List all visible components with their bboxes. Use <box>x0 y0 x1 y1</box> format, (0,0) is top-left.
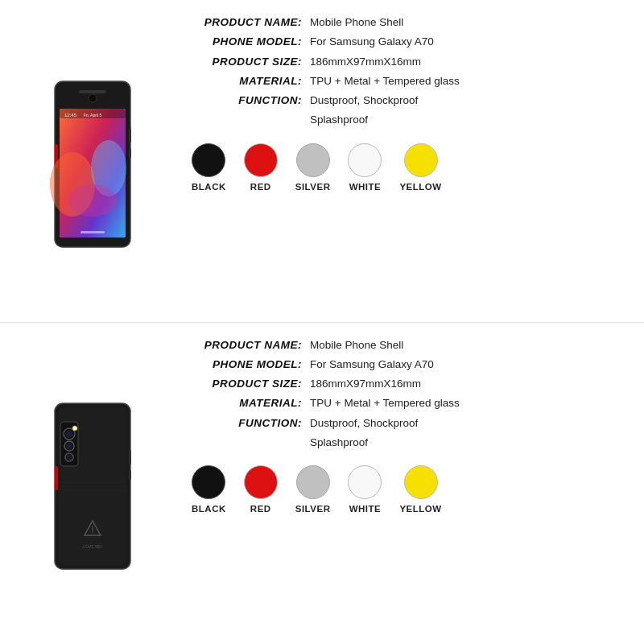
color-label: YELLOW <box>399 504 441 514</box>
page-container: 12:45 Fri, April 5 PRODUCT NAME:Mobile P… <box>0 0 644 644</box>
svg-rect-2 <box>129 128 131 142</box>
color-label: WHITE <box>349 182 382 192</box>
spec-row: PRODUCT NAME:Mobile Phone Shell <box>185 337 636 353</box>
info-area-front: PRODUCT NAME:Mobile Phone ShellPHONE MOD… <box>177 14 636 314</box>
spec-row: MATERIAL:TPU + Metal + Tempered glass <box>185 395 636 411</box>
color-row-back: BLACKREDSILVERWHITEYELLOW <box>185 465 636 514</box>
spec-row: PHONE MODEL:For Samsung Galaxy A70 <box>185 34 636 50</box>
spec-value: Splashproof <box>310 112 636 128</box>
svg-rect-19 <box>129 450 131 464</box>
color-label: YELLOW <box>399 182 441 192</box>
color-circle <box>244 143 278 177</box>
phone-back-svg: LOVE MEI <box>48 402 137 571</box>
spec-row: FUNCTION:Dustproof, Shockproof <box>185 93 636 109</box>
spec-row: PRODUCT SIZE:186mmX97mmX16mm <box>185 54 636 70</box>
color-circle <box>192 465 225 499</box>
color-label: BLACK <box>192 504 226 514</box>
spec-row: PRODUCT SIZE:186mmX97mmX16mm <box>185 376 636 392</box>
svg-point-6 <box>89 94 97 102</box>
color-circle <box>404 465 438 499</box>
color-label: RED <box>250 182 271 192</box>
spec-value: TPU + Metal + Tempered glass <box>310 395 636 411</box>
color-circle <box>404 143 438 177</box>
color-label: BLACK <box>192 182 226 192</box>
spec-value: TPU + Metal + Tempered glass <box>310 73 636 89</box>
section-front: 12:45 Fri, April 5 PRODUCT NAME:Mobile P… <box>0 0 644 323</box>
svg-point-29 <box>67 455 72 460</box>
spec-label: PHONE MODEL: <box>185 357 310 373</box>
color-circle <box>244 465 278 499</box>
svg-point-27 <box>68 444 71 448</box>
color-circle <box>296 143 330 177</box>
spec-value: Dustproof, Shockproof <box>310 93 636 109</box>
spec-table-back: PRODUCT NAME:Mobile Phone ShellPHONE MOD… <box>185 337 636 455</box>
spec-value: Mobile Phone Shell <box>310 337 636 353</box>
color-item: RED <box>244 143 278 192</box>
spec-value: Dustproof, Shockproof <box>310 415 636 431</box>
info-area-back: PRODUCT NAME:Mobile Phone ShellPHONE MOD… <box>177 337 636 637</box>
svg-rect-3 <box>129 148 131 158</box>
spec-label: PRODUCT SIZE: <box>185 54 310 70</box>
spec-value: 186mmX97mmX16mm <box>310 376 636 392</box>
spec-row: PRODUCT NAME:Mobile Phone Shell <box>185 14 636 31</box>
spec-value: 186mmX97mmX16mm <box>310 54 636 70</box>
spec-table-front: PRODUCT NAME:Mobile Phone ShellPHONE MOD… <box>185 14 636 132</box>
spec-label: PRODUCT SIZE: <box>185 376 310 392</box>
svg-rect-15 <box>80 231 105 233</box>
color-item: BLACK <box>192 143 226 192</box>
color-row-front: BLACKREDSILVERWHITEYELLOW <box>185 143 636 192</box>
spec-row: FUNCTION:Dustproof, Shockproof <box>185 415 636 431</box>
spec-row: MATERIAL:TPU + Metal + Tempered glass <box>185 73 636 89</box>
svg-point-14 <box>68 184 117 217</box>
spec-label: PRODUCT NAME: <box>185 14 310 31</box>
spec-value: For Samsung Galaxy A70 <box>310 357 636 373</box>
color-item: RED <box>244 465 278 514</box>
phone-image-front: 12:45 Fri, April 5 <box>8 14 177 314</box>
svg-rect-5 <box>79 90 106 93</box>
color-circle <box>192 143 225 177</box>
spec-label: FUNCTION: <box>185 415 310 431</box>
color-circle <box>348 465 382 499</box>
svg-text:LOVE MEI: LOVE MEI <box>83 544 102 549</box>
svg-text:12:45: 12:45 <box>64 113 77 118</box>
svg-rect-17 <box>55 466 58 490</box>
color-item: YELLOW <box>399 465 441 514</box>
color-item: BLACK <box>192 465 226 514</box>
spec-value: For Samsung Galaxy A70 <box>310 34 636 50</box>
spec-label: FUNCTION: <box>185 93 310 109</box>
phone-front-svg: 12:45 Fri, April 5 <box>48 80 137 249</box>
spec-row: Splashproof <box>185 435 636 451</box>
color-item: YELLOW <box>399 143 441 192</box>
color-item: SILVER <box>295 143 331 192</box>
svg-rect-20 <box>129 470 131 480</box>
svg-text:Fri, April 5: Fri, April 5 <box>84 113 102 118</box>
svg-point-30 <box>72 426 77 431</box>
color-item: SILVER <box>295 465 331 514</box>
color-circle <box>348 143 382 177</box>
section-back: LOVE MEI PRODUCT NAME:Mobile Phone Shell… <box>0 323 644 645</box>
color-label: SILVER <box>295 182 331 192</box>
color-item: WHITE <box>348 465 382 514</box>
color-circle <box>296 465 330 499</box>
spec-row: PHONE MODEL:For Samsung Galaxy A70 <box>185 357 636 373</box>
spec-value: Splashproof <box>310 435 636 451</box>
spec-label: MATERIAL: <box>185 395 310 411</box>
spec-label: MATERIAL: <box>185 73 310 89</box>
phone-image-back: LOVE MEI <box>8 337 177 637</box>
spec-row: Splashproof <box>185 112 636 128</box>
spec-value: Mobile Phone Shell <box>310 14 636 31</box>
color-label: SILVER <box>295 504 331 514</box>
spec-label: PHONE MODEL: <box>185 34 310 50</box>
color-label: WHITE <box>349 504 382 514</box>
color-item: WHITE <box>348 143 382 192</box>
spec-label: PRODUCT NAME: <box>185 337 310 353</box>
color-label: RED <box>250 504 271 514</box>
svg-point-24 <box>68 432 71 436</box>
